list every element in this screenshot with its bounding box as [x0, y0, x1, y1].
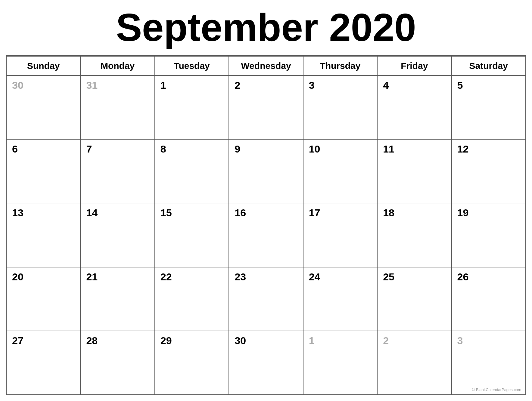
- day-number: 29: [160, 335, 172, 346]
- day-number: 15: [160, 207, 172, 218]
- day-cell: 6: [7, 140, 81, 203]
- day-cell: 2: [229, 76, 303, 140]
- day-number: 4: [383, 79, 389, 91]
- day-cell: 1: [155, 76, 229, 140]
- day-cell: 3© BlankCalendarPages.com: [452, 331, 526, 395]
- day-number: 26: [457, 271, 469, 282]
- day-cell: 17: [303, 203, 378, 267]
- day-cell: 4: [378, 76, 452, 140]
- day-number: 20: [12, 271, 23, 282]
- day-number: 18: [383, 207, 394, 218]
- day-number: 13: [12, 207, 23, 218]
- day-cell: 22: [155, 267, 229, 331]
- day-number: 2: [235, 79, 240, 91]
- day-number: 1: [160, 79, 166, 91]
- day-cell: 28: [81, 331, 155, 395]
- day-number: 30: [12, 79, 23, 91]
- day-cell: 11: [378, 140, 452, 203]
- day-cell: 10: [303, 140, 378, 203]
- day-number: 10: [309, 143, 320, 155]
- day-cell: 13: [7, 203, 81, 267]
- calendar-container: September 2020 SundayMondayTuesdayWednes…: [0, 0, 532, 401]
- day-number: 23: [235, 271, 246, 282]
- day-cell: 30: [229, 331, 303, 395]
- day-header: Friday: [378, 57, 452, 76]
- day-header: Saturday: [452, 57, 526, 76]
- day-number: 27: [12, 335, 23, 346]
- day-cell: 5: [452, 76, 526, 140]
- day-header: Monday: [81, 57, 155, 76]
- day-cell: 19: [452, 203, 526, 267]
- day-cell: 26: [452, 267, 526, 331]
- day-number: 21: [86, 271, 98, 282]
- day-cell: 12: [452, 140, 526, 203]
- day-number: 19: [457, 207, 469, 218]
- day-cell: 9: [229, 140, 303, 203]
- calendar-title: September 2020: [6, 3, 526, 56]
- day-cell: 27: [7, 331, 81, 395]
- day-number: 22: [160, 271, 172, 282]
- day-cell: 16: [229, 203, 303, 267]
- day-cell: 25: [378, 267, 452, 331]
- day-number: 8: [160, 143, 166, 155]
- day-cell: 23: [229, 267, 303, 331]
- day-number: 25: [383, 271, 394, 282]
- day-header: Tuesday: [155, 57, 229, 76]
- day-number: 24: [309, 271, 320, 282]
- day-cell: 2: [378, 331, 452, 395]
- day-cell: 1: [303, 331, 378, 395]
- day-number: 7: [86, 143, 92, 155]
- day-header: Thursday: [303, 57, 378, 76]
- day-header: Sunday: [7, 57, 81, 76]
- day-number: 14: [86, 207, 98, 218]
- day-cell: 15: [155, 203, 229, 267]
- day-cell: 8: [155, 140, 229, 203]
- day-number: 1: [309, 335, 315, 346]
- day-cell: 20: [7, 267, 81, 331]
- day-cell: 31: [81, 76, 155, 140]
- day-cell: 29: [155, 331, 229, 395]
- day-cell: 7: [81, 140, 155, 203]
- calendar-grid: SundayMondayTuesdayWednesdayThursdayFrid…: [6, 56, 526, 395]
- day-number: 5: [457, 79, 463, 91]
- day-cell: 21: [81, 267, 155, 331]
- watermark: © BlankCalendarPages.com: [472, 387, 521, 392]
- day-number: 9: [235, 143, 240, 155]
- day-number: 17: [309, 207, 320, 218]
- day-cell: 3: [303, 76, 378, 140]
- day-number: 2: [383, 335, 389, 346]
- day-number: 30: [235, 335, 246, 346]
- day-number: 28: [86, 335, 98, 346]
- day-cell: 24: [303, 267, 378, 331]
- day-cell: 14: [81, 203, 155, 267]
- day-header: Wednesday: [229, 57, 303, 76]
- day-number: 12: [457, 143, 469, 155]
- day-number: 31: [86, 79, 98, 91]
- day-number: 3: [457, 335, 463, 346]
- day-cell: 18: [378, 203, 452, 267]
- day-number: 6: [12, 143, 18, 155]
- day-cell: 30: [7, 76, 81, 140]
- day-number: 16: [235, 207, 246, 218]
- day-number: 11: [383, 143, 394, 155]
- day-number: 3: [309, 79, 315, 91]
